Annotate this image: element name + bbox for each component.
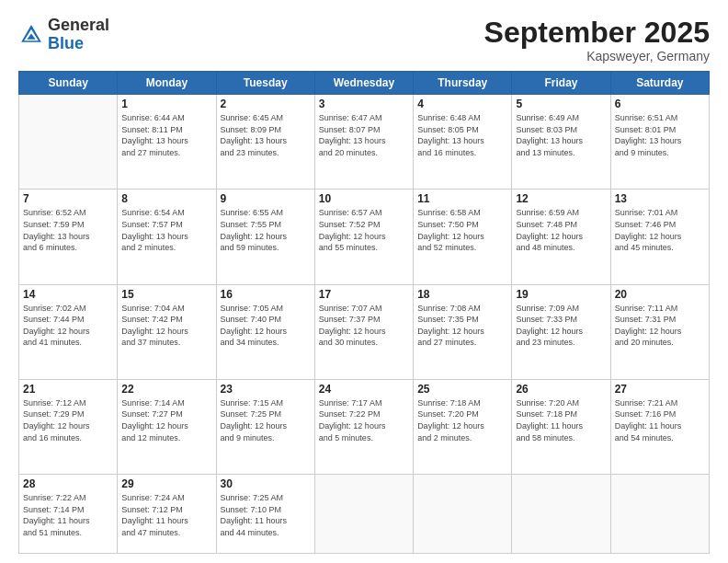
logo: General Blue (18, 17, 109, 53)
day-number: 12 (516, 192, 606, 205)
table-row (512, 474, 610, 553)
day-info: Sunrise: 7:22 AM Sunset: 7:14 PM Dayligh… (23, 492, 113, 538)
table-row: 13Sunrise: 7:01 AM Sunset: 7:46 PM Dayli… (610, 190, 709, 284)
logo-blue-text: Blue (48, 34, 84, 52)
day-number: 1 (121, 98, 211, 110)
table-row: 9Sunrise: 6:55 AM Sunset: 7:55 PM Daylig… (216, 190, 314, 284)
table-row (314, 474, 413, 553)
day-number: 25 (417, 383, 507, 396)
table-row: 27Sunrise: 7:21 AM Sunset: 7:16 PM Dayli… (610, 379, 709, 474)
col-thursday: Thursday (414, 72, 512, 95)
table-row: 17Sunrise: 7:07 AM Sunset: 7:37 PM Dayli… (314, 284, 413, 379)
logo-general-text: General (48, 16, 109, 34)
calendar-header-row: Sunday Monday Tuesday Wednesday Thursday… (19, 72, 710, 95)
table-row: 24Sunrise: 7:17 AM Sunset: 7:22 PM Dayli… (314, 379, 413, 474)
day-info: Sunrise: 7:21 AM Sunset: 7:16 PM Dayligh… (615, 397, 705, 443)
day-info: Sunrise: 7:02 AM Sunset: 7:44 PM Dayligh… (23, 303, 113, 349)
table-row: 4Sunrise: 6:48 AM Sunset: 8:05 PM Daylig… (414, 95, 512, 190)
day-number: 7 (23, 192, 113, 205)
day-number: 2 (221, 98, 311, 110)
col-friday: Friday (512, 72, 610, 95)
day-info: Sunrise: 7:11 AM Sunset: 7:31 PM Dayligh… (615, 303, 705, 349)
col-monday: Monday (118, 72, 216, 95)
day-info: Sunrise: 6:54 AM Sunset: 7:57 PM Dayligh… (121, 207, 211, 253)
table-row: 7Sunrise: 6:52 AM Sunset: 7:59 PM Daylig… (19, 190, 118, 284)
table-row: 30Sunrise: 7:25 AM Sunset: 7:10 PM Dayli… (216, 474, 314, 553)
table-row (414, 474, 512, 553)
day-info: Sunrise: 7:08 AM Sunset: 7:35 PM Dayligh… (417, 303, 507, 349)
day-number: 14 (23, 288, 113, 301)
col-wednesday: Wednesday (314, 72, 413, 95)
day-info: Sunrise: 7:18 AM Sunset: 7:20 PM Dayligh… (417, 397, 507, 443)
table-row: 10Sunrise: 6:57 AM Sunset: 7:52 PM Dayli… (314, 190, 413, 284)
page: General Blue September 2025 Kapsweyer, G… (0, 0, 728, 563)
col-saturday: Saturday (610, 72, 709, 95)
table-row: 21Sunrise: 7:12 AM Sunset: 7:29 PM Dayli… (19, 379, 118, 474)
day-number: 30 (221, 477, 311, 490)
table-row: 28Sunrise: 7:22 AM Sunset: 7:14 PM Dayli… (19, 474, 118, 553)
day-number: 10 (319, 192, 409, 205)
table-row: 22Sunrise: 7:14 AM Sunset: 7:27 PM Dayli… (118, 379, 216, 474)
day-info: Sunrise: 7:07 AM Sunset: 7:37 PM Dayligh… (319, 303, 409, 349)
month-title: September 2025 (484, 17, 710, 49)
day-number: 28 (23, 477, 113, 490)
day-number: 23 (221, 383, 311, 396)
location-subtitle: Kapsweyer, Germany (484, 49, 710, 63)
day-info: Sunrise: 7:15 AM Sunset: 7:25 PM Dayligh… (221, 397, 311, 443)
day-info: Sunrise: 6:51 AM Sunset: 8:01 PM Dayligh… (615, 112, 705, 158)
table-row: 11Sunrise: 6:58 AM Sunset: 7:50 PM Dayli… (414, 190, 512, 284)
day-number: 24 (319, 383, 409, 396)
logo-text: General Blue (48, 17, 109, 53)
logo-icon (18, 22, 44, 48)
day-number: 21 (23, 383, 113, 396)
day-number: 6 (615, 98, 705, 110)
table-row: 20Sunrise: 7:11 AM Sunset: 7:31 PM Dayli… (610, 284, 709, 379)
day-info: Sunrise: 6:48 AM Sunset: 8:05 PM Dayligh… (417, 112, 507, 158)
table-row: 14Sunrise: 7:02 AM Sunset: 7:44 PM Dayli… (19, 284, 118, 379)
day-number: 20 (615, 288, 705, 301)
day-number: 19 (516, 288, 606, 301)
day-number: 11 (417, 192, 507, 205)
calendar-table: Sunday Monday Tuesday Wednesday Thursday… (18, 71, 710, 554)
day-info: Sunrise: 7:12 AM Sunset: 7:29 PM Dayligh… (23, 397, 113, 443)
table-row: 12Sunrise: 6:59 AM Sunset: 7:48 PM Dayli… (512, 190, 610, 284)
day-info: Sunrise: 6:45 AM Sunset: 8:09 PM Dayligh… (221, 112, 311, 158)
table-row: 1Sunrise: 6:44 AM Sunset: 8:11 PM Daylig… (118, 95, 216, 190)
day-number: 26 (516, 383, 606, 396)
table-row: 23Sunrise: 7:15 AM Sunset: 7:25 PM Dayli… (216, 379, 314, 474)
day-info: Sunrise: 7:01 AM Sunset: 7:46 PM Dayligh… (615, 207, 705, 253)
day-info: Sunrise: 7:05 AM Sunset: 7:40 PM Dayligh… (221, 303, 311, 349)
day-info: Sunrise: 6:58 AM Sunset: 7:50 PM Dayligh… (417, 207, 507, 253)
day-number: 9 (221, 192, 311, 205)
table-row: 8Sunrise: 6:54 AM Sunset: 7:57 PM Daylig… (118, 190, 216, 284)
day-info: Sunrise: 6:49 AM Sunset: 8:03 PM Dayligh… (516, 112, 606, 158)
day-info: Sunrise: 6:44 AM Sunset: 8:11 PM Dayligh… (121, 112, 211, 158)
table-row: 6Sunrise: 6:51 AM Sunset: 8:01 PM Daylig… (610, 95, 709, 190)
day-number: 4 (417, 98, 507, 110)
day-number: 16 (221, 288, 311, 301)
table-row: 15Sunrise: 7:04 AM Sunset: 7:42 PM Dayli… (118, 284, 216, 379)
day-info: Sunrise: 7:25 AM Sunset: 7:10 PM Dayligh… (221, 492, 311, 538)
table-row: 5Sunrise: 6:49 AM Sunset: 8:03 PM Daylig… (512, 95, 610, 190)
day-info: Sunrise: 6:59 AM Sunset: 7:48 PM Dayligh… (516, 207, 606, 253)
col-tuesday: Tuesday (216, 72, 314, 95)
table-row (610, 474, 709, 553)
day-info: Sunrise: 7:24 AM Sunset: 7:12 PM Dayligh… (121, 492, 211, 538)
title-block: September 2025 Kapsweyer, Germany (484, 17, 710, 63)
day-number: 27 (615, 383, 705, 396)
day-number: 13 (615, 192, 705, 205)
table-row: 2Sunrise: 6:45 AM Sunset: 8:09 PM Daylig… (216, 95, 314, 190)
day-info: Sunrise: 7:20 AM Sunset: 7:18 PM Dayligh… (516, 397, 606, 443)
day-info: Sunrise: 7:09 AM Sunset: 7:33 PM Dayligh… (516, 303, 606, 349)
day-number: 8 (121, 192, 211, 205)
day-number: 17 (319, 288, 409, 301)
table-row: 18Sunrise: 7:08 AM Sunset: 7:35 PM Dayli… (414, 284, 512, 379)
table-row (19, 95, 118, 190)
table-row: 26Sunrise: 7:20 AM Sunset: 7:18 PM Dayli… (512, 379, 610, 474)
day-number: 3 (319, 98, 409, 110)
day-number: 18 (417, 288, 507, 301)
table-row: 19Sunrise: 7:09 AM Sunset: 7:33 PM Dayli… (512, 284, 610, 379)
day-info: Sunrise: 7:14 AM Sunset: 7:27 PM Dayligh… (121, 397, 211, 443)
day-info: Sunrise: 6:47 AM Sunset: 8:07 PM Dayligh… (319, 112, 409, 158)
day-number: 29 (121, 477, 211, 490)
